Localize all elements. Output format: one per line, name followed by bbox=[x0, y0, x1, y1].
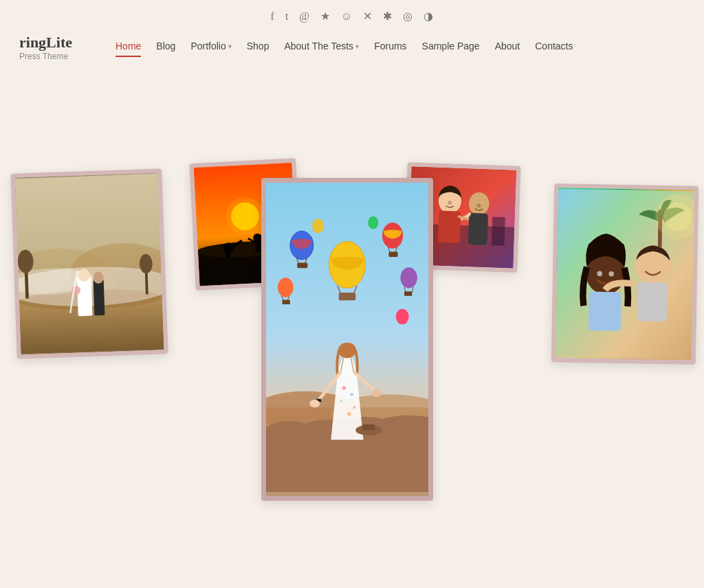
svg-rect-41 bbox=[297, 263, 307, 269]
svg-point-68 bbox=[309, 400, 320, 407]
svg-point-54 bbox=[312, 218, 324, 233]
svg-rect-13 bbox=[94, 280, 105, 315]
reddit-icon[interactable]: ☺ bbox=[341, 10, 352, 23]
nav-item-about-tests[interactable]: About The Tests ▾ bbox=[277, 35, 366, 57]
svg-point-57 bbox=[342, 386, 346, 390]
nav-item-about[interactable]: About bbox=[488, 35, 527, 57]
svg-point-62 bbox=[338, 343, 356, 359]
photo-card-wedding[interactable] bbox=[10, 168, 168, 359]
nav-item-shop[interactable]: Shop bbox=[240, 35, 276, 57]
instagram-icon[interactable]: @ bbox=[299, 10, 309, 23]
hero-collage bbox=[0, 82, 704, 549]
photo-card-balloon[interactable] bbox=[261, 178, 433, 501]
nav-item-blog[interactable]: Blog bbox=[149, 35, 182, 57]
svg-point-58 bbox=[350, 393, 353, 396]
nav-item-sample-page[interactable]: Sample Page bbox=[415, 35, 487, 57]
svg-point-60 bbox=[347, 412, 351, 416]
svg-point-56 bbox=[396, 309, 409, 325]
logo-title[interactable]: ringLite bbox=[19, 34, 109, 52]
svg-rect-36 bbox=[339, 293, 356, 300]
header: ringLite Press Theme Home Blog Portfolio… bbox=[0, 30, 704, 61]
social-bar: f t @ ★ ☺ ✕ ✱ ◎ ◑ bbox=[0, 0, 704, 30]
svg-rect-75 bbox=[438, 211, 461, 243]
nav-item-forums[interactable]: Forums bbox=[367, 35, 413, 57]
svg-rect-25 bbox=[255, 238, 261, 252]
svg-rect-66 bbox=[362, 425, 375, 430]
nav-item-home[interactable]: Home bbox=[109, 35, 148, 57]
puzzle-icon[interactable]: ✱ bbox=[383, 10, 392, 23]
xing-icon[interactable]: ✕ bbox=[363, 10, 372, 23]
svg-rect-49 bbox=[283, 299, 290, 304]
svg-point-61 bbox=[353, 406, 355, 409]
nav-item-portfolio[interactable]: Portfolio ▾ bbox=[184, 35, 238, 57]
svg-point-69 bbox=[371, 389, 382, 397]
svg-rect-22 bbox=[225, 246, 230, 258]
svg-point-55 bbox=[368, 216, 378, 229]
logo-area: ringLite Press Theme bbox=[19, 30, 109, 61]
main-nav: Home Blog Portfolio ▾ Shop About The Tes… bbox=[109, 30, 685, 57]
about-tests-chevron-icon: ▾ bbox=[355, 43, 359, 50]
twitter-icon[interactable]: t bbox=[285, 10, 288, 23]
nav-item-contacts[interactable]: Contacts bbox=[528, 35, 580, 57]
svg-rect-53 bbox=[404, 291, 412, 296]
logo-subtitle: Press Theme bbox=[19, 52, 109, 61]
svg-point-50 bbox=[400, 267, 417, 288]
wechat-icon[interactable]: ◎ bbox=[403, 10, 412, 23]
svg-rect-73 bbox=[492, 217, 505, 246]
svg-rect-11 bbox=[77, 277, 93, 316]
svg-point-59 bbox=[340, 400, 343, 403]
svg-rect-45 bbox=[388, 252, 397, 258]
svg-point-46 bbox=[278, 278, 294, 297]
photo-card-happy[interactable] bbox=[551, 183, 699, 365]
facebook-icon[interactable]: f bbox=[271, 10, 274, 23]
viber-icon[interactable]: ◑ bbox=[424, 10, 433, 23]
svg-rect-83 bbox=[588, 291, 622, 330]
svg-rect-77 bbox=[468, 213, 488, 245]
rss-icon[interactable]: ★ bbox=[320, 10, 330, 23]
portfolio-chevron-icon: ▾ bbox=[228, 43, 232, 50]
svg-rect-87 bbox=[637, 282, 668, 321]
